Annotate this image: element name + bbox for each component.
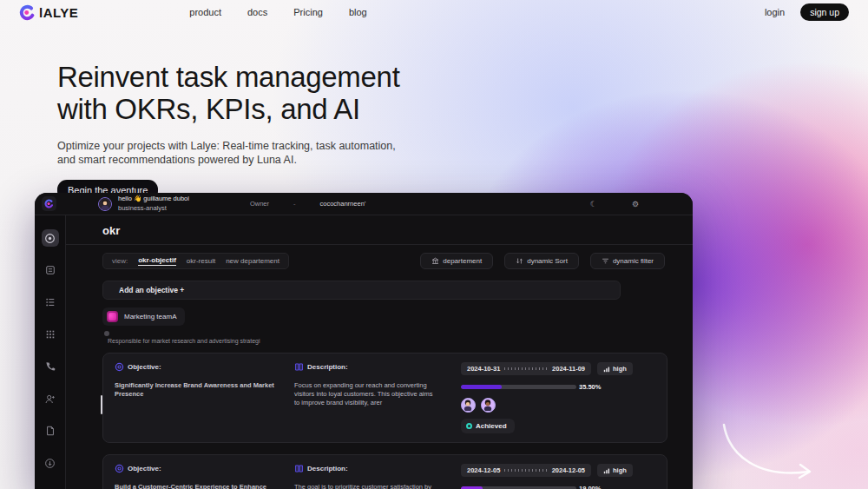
- tab-okr-result[interactable]: okr-result: [187, 257, 215, 266]
- avatar-illustration: [99, 198, 111, 210]
- hero-section: Reinvent task management with OKRs, KPIs…: [57, 61, 509, 201]
- tab-okr-objectif[interactable]: okr-objectif: [138, 256, 176, 266]
- description-text: Focus on expanding our reach and convert…: [294, 381, 433, 407]
- owner-label: Owner: [250, 200, 269, 208]
- hero-title-line1: Reinvent task management: [57, 61, 400, 93]
- progress-percent: 19.00%: [579, 485, 601, 489]
- add-objective-button[interactable]: Add an objective +: [102, 281, 621, 300]
- date-dots-separator: [504, 469, 547, 472]
- landing-page: lALYE product docs Pricing blog login si…: [0, 0, 868, 489]
- meta-column: 2024-12-05 2024-12-05 high: [461, 464, 656, 489]
- objective-text: Significantly Increase Brand Awareness a…: [115, 381, 294, 399]
- description-book-icon: [294, 362, 304, 372]
- description-label: Description:: [307, 363, 348, 371]
- meta-column: 2024-10-31 2024-11-09 high: [461, 362, 656, 433]
- view-label: view:: [112, 257, 128, 265]
- user-avatar[interactable]: [98, 197, 112, 211]
- date-range-pill[interactable]: 2024-12-05 2024-12-05: [461, 464, 591, 477]
- sidebar-item-apps grid-icon[interactable]: [42, 326, 59, 343]
- start-date: 2024-10-31: [467, 365, 500, 373]
- status-chip[interactable]: Achieved: [461, 419, 515, 433]
- objective-text: Build a Customer-Centric Experience to E…: [115, 483, 294, 489]
- app-screenshot-window: hello 👋 guillaume duboi business-analyst…: [35, 193, 693, 489]
- sidebar-item-list list-icon[interactable]: [42, 294, 59, 311]
- view-tab-bar: view: okr-objectif okr-result new depart…: [102, 253, 289, 269]
- assignee-avatar[interactable]: [461, 398, 476, 413]
- sidebar-item-docs file-icon[interactable]: [42, 422, 59, 439]
- nav-docs[interactable]: docs: [247, 7, 267, 17]
- team-description: Responsible for market research and adve…: [108, 338, 665, 344]
- progress-track: [461, 385, 576, 389]
- description-text: The goal is to prioritize customer satis…: [294, 483, 433, 489]
- sort-icon: [516, 257, 523, 265]
- progress-row: 35.50%: [461, 383, 656, 391]
- nav-product[interactable]: product: [189, 7, 221, 17]
- dynamic-sort-button[interactable]: dynamic Sort: [504, 253, 579, 269]
- app-logo[interactable]: [42, 196, 56, 211]
- bullet-icon: [104, 331, 109, 336]
- gear-icon[interactable]: ⚙: [632, 200, 639, 208]
- end-date: 2024-11-09: [552, 365, 585, 373]
- team-color-icon: [107, 311, 118, 322]
- start-date: 2024-12-05: [467, 466, 500, 474]
- dynamic-filter-button[interactable]: dynamic filter: [590, 253, 665, 269]
- progress-row: 19.00%: [461, 485, 656, 489]
- end-date: 2024-12-05: [552, 466, 585, 474]
- objective-target-icon: [115, 362, 124, 372]
- date-range-pill[interactable]: 2024-10-31 2024-11-09: [461, 362, 591, 375]
- assignee-avatars: [461, 398, 656, 413]
- title-divider: [66, 244, 693, 245]
- objective-card[interactable]: Objective: Build a Customer-Centric Expe…: [102, 454, 667, 489]
- objective-card[interactable]: Objective: Significantly Increase Brand …: [102, 353, 667, 443]
- hero-subtitle: Optimize your projects with Lalye: Real-…: [57, 139, 509, 167]
- user-greeting: hello 👋 guillaume duboi: [118, 195, 189, 203]
- tab-new-departement[interactable]: new departement: [226, 257, 279, 266]
- signup-button[interactable]: sign up: [800, 3, 849, 21]
- curved-arrow-decoration: [713, 420, 822, 489]
- brand-name: lALYE: [39, 5, 78, 20]
- hero-title: Reinvent task management with OKRs, KPIs…: [57, 61, 509, 125]
- team-chip[interactable]: Marketing teamA: [102, 307, 185, 326]
- objective-column: Objective: Build a Customer-Centric Expe…: [115, 464, 294, 489]
- brand-ring-icon: [19, 4, 36, 21]
- description-column: Description: Focus on expanding our reac…: [294, 362, 461, 433]
- sidebar-item-calls phone-icon[interactable]: [42, 358, 59, 375]
- status-dot-icon: [466, 423, 472, 429]
- brand-ring-icon: [44, 199, 54, 208]
- nav-blog[interactable]: blog: [349, 7, 367, 17]
- app-sidebar: [35, 215, 66, 489]
- objective-column: Objective: Significantly Increase Brand …: [115, 362, 294, 433]
- progress-percent: 35.50%: [579, 383, 601, 391]
- status-label: Achieved: [476, 422, 507, 430]
- sidebar-item-export download-icon[interactable]: [42, 454, 59, 472]
- scroll-indicator[interactable]: [101, 395, 102, 414]
- departement-button[interactable]: departement: [420, 253, 493, 269]
- nav-pricing[interactable]: Pricing: [293, 7, 323, 17]
- sidebar-item-notes notebook-icon[interactable]: [42, 261, 59, 279]
- signal-bars-icon: [603, 366, 610, 373]
- objective-label: Objective:: [128, 363, 161, 371]
- team-description-row: Responsible for market research and adve…: [102, 331, 665, 344]
- priority-badge[interactable]: high: [597, 362, 633, 375]
- login-link[interactable]: login: [765, 7, 785, 17]
- moon-icon[interactable]: ☾: [590, 200, 597, 208]
- brand-logo[interactable]: lALYE: [19, 4, 78, 21]
- signal-bars-icon: [603, 467, 610, 474]
- app-main: okr view: okr-objectif okr-result new de…: [66, 215, 693, 489]
- date-dots-separator: [504, 367, 548, 370]
- site-header: lALYE product docs Pricing blog login si…: [0, 0, 868, 24]
- owner-separator: -: [293, 200, 296, 208]
- app-topbar: hello 👋 guillaume duboi business-analyst…: [35, 193, 693, 215]
- description-column: Description: The goal is to prioritize c…: [294, 464, 461, 489]
- sidebar-item-invite add-user-icon[interactable]: [42, 390, 59, 407]
- building-icon: [431, 257, 439, 265]
- objective-label: Objective:: [128, 465, 161, 472]
- assignee-avatar[interactable]: [481, 398, 496, 413]
- description-book-icon: [294, 464, 304, 473]
- team-name: Marketing teamA: [124, 313, 176, 320]
- priority-badge[interactable]: high: [597, 464, 633, 477]
- objective-target-icon: [115, 464, 124, 473]
- hero-title-line2: with OKRs, KPIs, and AI: [57, 93, 360, 125]
- sidebar-item-okr target-icon[interactable]: [42, 229, 59, 247]
- user-identity: hello 👋 guillaume duboi business-analyst: [118, 195, 189, 212]
